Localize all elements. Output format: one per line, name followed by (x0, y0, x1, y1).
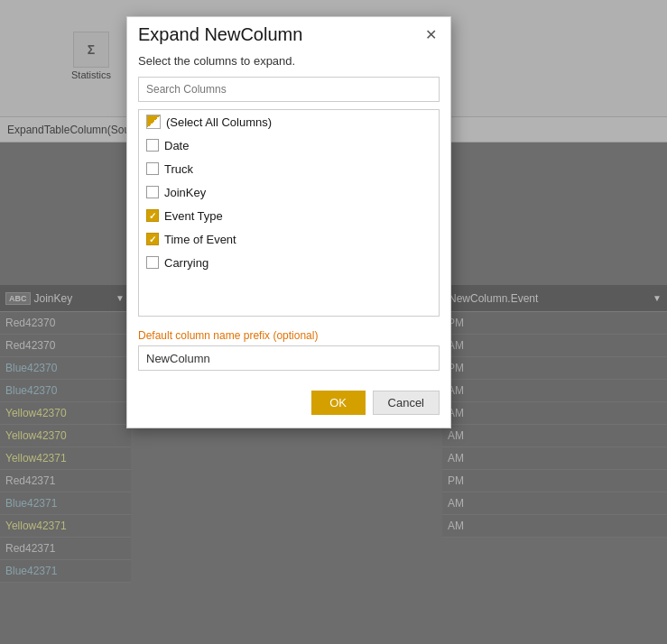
expand-newcolumn-dialog: Expand NewColumn ✕ Select the columns to… (126, 16, 451, 428)
column-item-joinkey[interactable]: JoinKey (139, 180, 439, 204)
cancel-button[interactable]: Cancel (373, 391, 440, 415)
dialog-footer: OK Cancel (127, 382, 450, 428)
column-label-carrying: Carrying (164, 256, 208, 270)
dialog-titlebar: Expand NewColumn ✕ (127, 17, 450, 51)
column-label-time-of-event: Time of Event (164, 233, 236, 246)
column-label-joinkey: JoinKey (164, 186, 206, 199)
select-all-label: (Select All Columns) (166, 115, 272, 129)
dialog-subtitle: Select the columns to expand. (127, 51, 450, 77)
checkbox-truck[interactable] (146, 162, 159, 175)
columns-list: (Select All Columns) Date Truck JoinKey … (138, 109, 440, 317)
prefix-label: Default column name prefix (optional) (138, 329, 440, 342)
column-item-event-type[interactable]: Event Type (139, 204, 439, 227)
checkbox-joinkey[interactable] (146, 186, 159, 198)
column-label-truck: Truck (164, 162, 193, 176)
checkbox-date[interactable] (146, 139, 159, 152)
prefix-input[interactable] (138, 345, 440, 371)
close-button[interactable]: ✕ (422, 26, 440, 44)
checkbox-carrying[interactable] (146, 256, 159, 269)
column-label-event-type: Event Type (164, 209, 223, 223)
checkbox-event-type[interactable] (146, 209, 159, 222)
dialog-body: (Select All Columns) Date Truck JoinKey … (127, 77, 450, 382)
checkbox-time-of-event[interactable] (146, 233, 159, 245)
column-item-truck[interactable]: Truck (139, 157, 439, 180)
search-columns-input[interactable] (138, 77, 440, 102)
column-item-carrying[interactable]: Carrying (139, 251, 439, 274)
dialog-title: Expand NewColumn (138, 24, 302, 45)
select-all-columns-item[interactable]: (Select All Columns) (139, 110, 439, 133)
column-item-date[interactable]: Date (139, 133, 439, 157)
column-item-time-of-event[interactable]: Time of Event (139, 227, 439, 251)
column-label-date: Date (164, 139, 189, 152)
prefix-section: Default column name prefix (optional) (138, 329, 440, 371)
ok-button[interactable]: OK (311, 391, 366, 415)
select-all-icon (146, 115, 161, 129)
